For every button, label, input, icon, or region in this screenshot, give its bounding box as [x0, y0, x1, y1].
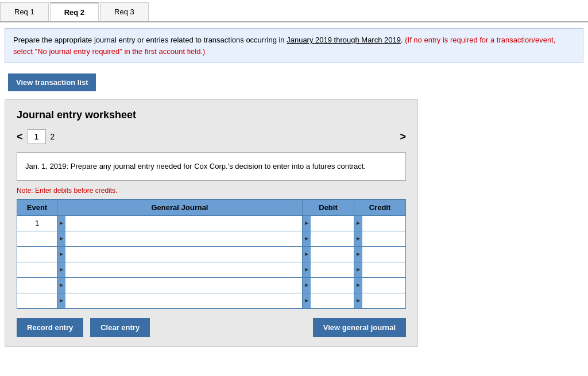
credit-dropdown-button[interactable]: ▶: [354, 231, 362, 246]
debit-input[interactable]: [311, 247, 354, 262]
general-journal-cell[interactable]: ▶: [57, 293, 303, 308]
journal-dropdown-button[interactable]: ▶: [57, 262, 65, 277]
general-journal-cell[interactable]: ▶: [57, 277, 303, 293]
col-event: Event: [17, 199, 57, 215]
credit-input[interactable]: [362, 278, 405, 293]
view-transaction-button[interactable]: View transaction list: [8, 73, 96, 91]
info-banner: Prepare the appropriate journal entry or…: [5, 28, 583, 63]
debit-cell[interactable]: ▶: [303, 262, 354, 277]
info-text-before: Prepare the appropriate journal entry or…: [13, 36, 287, 44]
general-journal-cell[interactable]: ▶: [57, 231, 303, 246]
info-text-underlined: January 2019 through March 2019: [287, 36, 401, 44]
general-journal-cell[interactable]: ▶: [57, 215, 303, 231]
debit-cell[interactable]: ▶: [303, 277, 354, 293]
journal-input[interactable]: [65, 293, 302, 308]
col-debit: Debit: [303, 199, 354, 215]
debit-dropdown-button[interactable]: ▶: [303, 262, 311, 277]
event-cell: [17, 262, 57, 277]
credit-input[interactable]: [362, 231, 405, 246]
debit-cell[interactable]: ▶: [303, 215, 354, 231]
buttons-row: Record entry Clear entry View general jo…: [17, 318, 406, 337]
view-general-journal-button[interactable]: View general journal: [313, 318, 406, 337]
journal-input[interactable]: [65, 231, 302, 246]
tab-req2[interactable]: Req 2: [50, 2, 99, 21]
general-journal-cell[interactable]: ▶: [57, 262, 303, 277]
credit-cell[interactable]: ▶: [354, 293, 406, 308]
journal-dropdown-button[interactable]: ▶: [57, 216, 65, 231]
credit-cell[interactable]: ▶: [354, 231, 406, 246]
debit-dropdown-button[interactable]: ▶: [303, 247, 311, 262]
table-row: ▶▶▶: [17, 293, 406, 308]
journal-dropdown-button[interactable]: ▶: [57, 278, 65, 293]
event-cell: [17, 277, 57, 293]
table-row: ▶▶▶: [17, 246, 406, 262]
credit-input[interactable]: [362, 293, 405, 308]
prev-page-button[interactable]: <: [17, 131, 23, 143]
debit-cell[interactable]: ▶: [303, 231, 354, 246]
journal-dropdown-button[interactable]: ▶: [57, 293, 65, 308]
credit-cell[interactable]: ▶: [354, 215, 406, 231]
credit-cell[interactable]: ▶: [354, 277, 406, 293]
worksheet-container: Journal entry worksheet < 1 2 > Jan. 1, …: [5, 99, 418, 347]
credit-dropdown-button[interactable]: ▶: [354, 247, 362, 262]
table-row: 1▶▶▶: [17, 215, 406, 231]
navigation-row: < 1 2 >: [17, 129, 406, 144]
debit-cell[interactable]: ▶: [303, 246, 354, 262]
total-pages: 2: [51, 132, 55, 141]
col-general-journal: General Journal: [57, 199, 303, 215]
col-credit: Credit: [354, 199, 406, 215]
note-text: Note: Enter debits before credits.: [17, 187, 406, 195]
journal-input[interactable]: [65, 278, 302, 293]
event-cell: 1: [17, 215, 57, 231]
credit-input[interactable]: [362, 247, 405, 262]
credit-input[interactable]: [362, 216, 405, 231]
clear-entry-button[interactable]: Clear entry: [90, 318, 150, 337]
record-entry-button[interactable]: Record entry: [17, 318, 83, 337]
journal-dropdown-button[interactable]: ▶: [57, 231, 65, 246]
debit-input[interactable]: [311, 293, 354, 308]
debit-input[interactable]: [311, 216, 354, 231]
debit-dropdown-button[interactable]: ▶: [303, 293, 311, 308]
debit-input[interactable]: [311, 278, 354, 293]
tab-req1[interactable]: Req 1: [0, 2, 49, 21]
worksheet-title: Journal entry worksheet: [17, 109, 406, 121]
credit-cell[interactable]: ▶: [354, 262, 406, 277]
table-row: ▶▶▶: [17, 231, 406, 246]
event-cell: [17, 246, 57, 262]
credit-dropdown-button[interactable]: ▶: [354, 278, 362, 293]
credit-input[interactable]: [362, 262, 405, 277]
next-page-button[interactable]: >: [400, 131, 406, 143]
event-cell: [17, 293, 57, 308]
tab-req3[interactable]: Req 3: [100, 2, 149, 21]
debit-dropdown-button[interactable]: ▶: [303, 278, 311, 293]
debit-input[interactable]: [311, 262, 354, 277]
credit-cell[interactable]: ▶: [354, 246, 406, 262]
debit-input[interactable]: [311, 231, 354, 246]
table-row: ▶▶▶: [17, 262, 406, 277]
journal-table: Event General Journal Debit Credit 1▶▶▶▶…: [17, 199, 406, 309]
general-journal-cell[interactable]: ▶: [57, 246, 303, 262]
debit-cell[interactable]: ▶: [303, 293, 354, 308]
journal-dropdown-button[interactable]: ▶: [57, 247, 65, 262]
tabs-container: Req 1 Req 2 Req 3: [0, 0, 588, 22]
debit-dropdown-button[interactable]: ▶: [303, 216, 311, 231]
credit-dropdown-button[interactable]: ▶: [354, 262, 362, 277]
table-row: ▶▶▶: [17, 277, 406, 293]
credit-dropdown-button[interactable]: ▶: [354, 293, 362, 308]
journal-input[interactable]: [65, 216, 302, 231]
debit-dropdown-button[interactable]: ▶: [303, 231, 311, 246]
description-text: Jan. 1, 2019: Prepare any journal entry …: [25, 162, 366, 170]
journal-input[interactable]: [65, 262, 302, 277]
event-cell: [17, 231, 57, 246]
current-page: 1: [28, 129, 46, 144]
credit-dropdown-button[interactable]: ▶: [354, 216, 362, 231]
journal-input[interactable]: [65, 247, 302, 262]
description-box: Jan. 1, 2019: Prepare any journal entry …: [17, 152, 406, 181]
